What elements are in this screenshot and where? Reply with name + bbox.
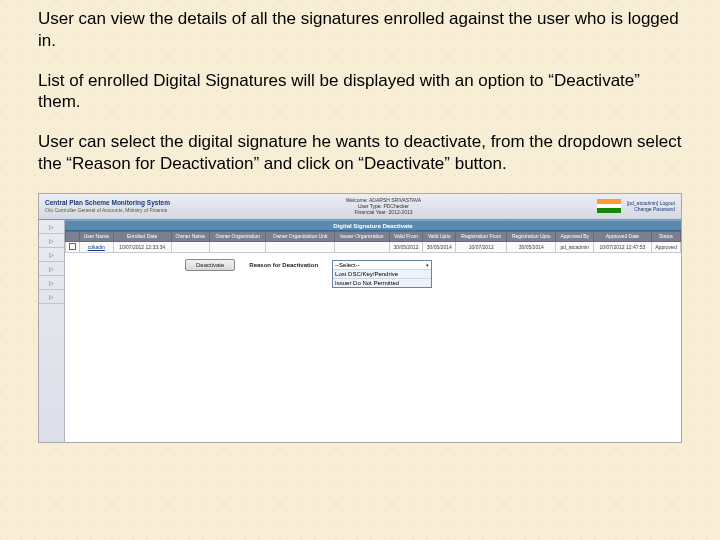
app-header: Central Plan Scheme Monitoring System O/… (39, 194, 681, 220)
sidebar-item[interactable]: ▷ (39, 276, 64, 290)
col-issuer-org: Issuer Organization (334, 231, 389, 242)
row-approved-date: 10/07/2012 12:47:53 (593, 242, 651, 253)
app-subtitle: O/o Controller General of Accounts, Mini… (45, 207, 170, 213)
row-enrolled-date: 10/07/2012 12:33:34 (113, 242, 171, 253)
col-select (66, 231, 80, 242)
col-owner-name: Owner Name (171, 231, 210, 242)
section-title: Digital Signature Deactivate (65, 220, 681, 231)
india-flag-icon (597, 199, 621, 213)
dropdown-selected-value: --Select-- (335, 262, 360, 268)
col-username: User Name (80, 231, 114, 242)
col-enrolled-date: Enrolled Date (113, 231, 171, 242)
col-reg-from: Registration From (456, 231, 507, 242)
row-owner-org-unit (266, 242, 335, 253)
sidebar-item[interactable]: ▷ (39, 248, 64, 262)
col-approved-date: Approved Date (593, 231, 651, 242)
col-owner-org-unit: Owner Organization Unit (266, 231, 335, 242)
user-link[interactable]: [pd_atcadmin] (627, 200, 658, 206)
table-row: cdkadin 10/07/2012 12:33:34 30/05/2012 3… (66, 242, 681, 253)
logout-link[interactable]: Logout (660, 200, 675, 206)
signatures-table: User Name Enrolled Date Owner Name Owner… (65, 231, 681, 254)
col-valid-from: Valid From (389, 231, 422, 242)
col-owner-org: Owner Organization (210, 231, 266, 242)
chevron-down-icon: ▾ (426, 262, 429, 268)
row-valid-from: 30/05/2012 (389, 242, 422, 253)
col-status: Status (651, 231, 680, 242)
action-row: Deactivate Reason for Deactivation --Sel… (65, 253, 681, 271)
row-owner-name (171, 242, 210, 253)
row-reg-from: 10/07/2012 (456, 242, 507, 253)
sidebar-item[interactable]: ▷ (39, 234, 64, 248)
intro-paragraph-3: User can select the digital signature he… (38, 131, 682, 175)
col-reg-upto: Registration Upto (507, 231, 556, 242)
financial-year-text: Financial Year: 2012-2013 (354, 209, 412, 215)
row-owner-org (210, 242, 266, 253)
deactivate-button[interactable]: Deactivate (185, 259, 235, 271)
row-issuer-org (334, 242, 389, 253)
row-valid-upto: 30/05/2014 (423, 242, 456, 253)
row-username[interactable]: cdkadin (88, 244, 105, 250)
intro-paragraph-1: User can view the details of all the sig… (38, 8, 682, 52)
change-password-link[interactable]: Change Password (634, 206, 675, 212)
dropdown-option[interactable]: Issuer Do Not Permitted (333, 278, 431, 287)
col-valid-upto: Valid Upto (423, 231, 456, 242)
row-reg-upto: 30/05/2014 (507, 242, 556, 253)
col-approved-by: Approved By (556, 231, 594, 242)
row-status: Approved (651, 242, 680, 253)
dropdown-option[interactable]: Lost DSC/Key/Pendrive (333, 269, 431, 278)
dropdown-list: Lost DSC/Key/Pendrive Issuer Do Not Perm… (332, 269, 432, 288)
sidebar-item[interactable]: ▷ (39, 262, 64, 276)
row-approved-by: pd_atcadmin (556, 242, 594, 253)
sidebar-item[interactable]: ▷ (39, 220, 64, 234)
sidebar: ▷ ▷ ▷ ▷ ▷ ▷ (39, 220, 65, 442)
row-checkbox[interactable] (69, 243, 76, 250)
sidebar-item[interactable]: ▷ (39, 290, 64, 304)
app-title: Central Plan Scheme Monitoring System (45, 199, 170, 206)
intro-paragraph-2: List of enrolled Digital Signatures will… (38, 70, 682, 114)
reason-label: Reason for Deactivation (249, 262, 318, 268)
app-screenshot: Central Plan Scheme Monitoring System O/… (38, 193, 682, 443)
